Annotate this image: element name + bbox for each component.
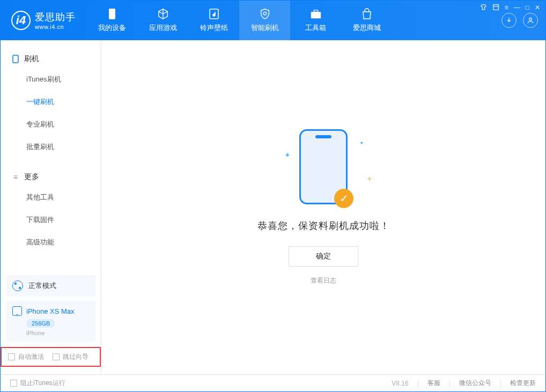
tab-label: 应用游戏 [149,23,177,33]
device-phone-icon [12,306,22,316]
device-card[interactable]: iPhone XS Max 256GB iPhone [6,301,95,342]
music-icon [208,8,220,20]
view-log-link[interactable]: 查看日志 [311,276,336,285]
sidebar-item-batch-flash[interactable]: 批量刷机 [1,136,101,158]
logo-icon: i4 [11,11,31,30]
tab-toolbox[interactable]: 工具箱 [290,1,341,40]
block-itunes-option[interactable]: 阻止iTunes运行 [10,379,65,388]
tab-apps-games[interactable]: 应用游戏 [137,1,188,40]
nav-tabs: 我的设备 应用游戏 铃声壁纸 智能刷机 工具箱 爱思商城 [86,1,392,40]
svg-rect-2 [109,9,115,19]
device-status-card[interactable]: 正常模式 [6,275,95,297]
update-link[interactable]: 检查更新 [510,379,536,388]
success-message: 恭喜您，保资料刷机成功啦！ [257,219,390,232]
sidebar: 刷机 iTunes刷机 一键刷机 专业刷机 批量刷机 ≡ 更多 其他工具 下载固… [1,40,101,374]
success-illustration: ✓ ✦ ✦ + [299,129,348,204]
status-icon [12,280,23,291]
sparkle-icon: + [367,174,372,183]
device-type: iPhone [26,330,89,336]
separator: | [500,380,501,387]
app-logo: i4 爱思助手 www.i4.cn [11,11,76,30]
tab-label: 铃声壁纸 [200,23,228,33]
tab-store[interactable]: 爱思商城 [341,1,392,40]
user-button[interactable] [523,13,538,28]
device-icon [106,8,118,20]
app-header: ≡ — □ ✕ i4 爱思助手 www.i4.cn 我的设备 应用游戏 铃声壁纸… [1,1,545,40]
sidebar-section-more: ≡ 更多 其他工具 下载固件 高级功能 [1,158,101,254]
sidebar-item-pro-flash[interactable]: 专业刷机 [1,113,101,136]
app-url: www.i4.cn [35,24,76,30]
close-button[interactable]: ✕ [535,4,540,12]
wechat-link[interactable]: 微信公众号 [459,379,491,388]
minimize-button[interactable]: — [514,4,520,12]
sidebar-item-advanced[interactable]: 高级功能 [1,231,101,254]
download-button[interactable] [501,13,517,28]
svg-point-7 [529,18,532,20]
phone-icon [11,55,20,63]
separator: | [417,380,419,387]
sparkle-icon: ✦ [284,151,291,159]
cube-icon [157,8,169,20]
tab-label: 我的设备 [98,23,126,33]
tab-label: 工具箱 [305,23,326,33]
tab-label: 爱思商城 [353,23,381,33]
sidebar-item-other-tools[interactable]: 其他工具 [1,186,101,209]
sidebar-item-download-firmware[interactable]: 下载固件 [1,209,101,231]
maximize-button[interactable]: □ [526,4,529,12]
sidebar-item-itunes-flash[interactable]: iTunes刷机 [1,68,101,91]
phone-illustration: ✓ [299,129,348,204]
device-name: iPhone XS Max [26,307,75,315]
sidebar-section-flash: 刷机 iTunes刷机 一键刷机 专业刷机 批量刷机 [1,40,101,158]
sidebar-item-oneclick-flash[interactable]: 一键刷机 [1,91,101,113]
tab-label: 智能刷机 [251,23,279,33]
svg-rect-6 [314,10,318,12]
app-body: 刷机 iTunes刷机 一键刷机 专业刷机 批量刷机 ≡ 更多 其他工具 下载固… [1,40,545,374]
checkbox-icon [53,353,60,360]
skin-icon[interactable] [480,4,487,12]
header-actions [501,13,538,28]
section-header-more: ≡ 更多 [1,168,101,186]
app-name: 爱思助手 [35,11,76,24]
device-capacity: 256GB [26,319,55,328]
footer-right: V8.16 | 客服 | 微信公众号 | 检查更新 [392,379,536,388]
tab-smart-flash[interactable]: 智能刷机 [239,1,290,40]
shield-icon [259,8,271,20]
support-link[interactable]: 客服 [427,379,440,388]
app-footer: 阻止iTunes运行 V8.16 | 客服 | 微信公众号 | 检查更新 [1,374,545,391]
bag-icon [361,8,373,20]
version-text: V8.16 [392,380,408,387]
section-title: 更多 [24,172,39,182]
option-label: 阻止iTunes运行 [20,379,65,388]
checkbox-icon [8,353,15,360]
svg-point-4 [263,12,267,14]
svg-rect-5 [311,12,320,18]
svg-rect-0 [493,5,498,10]
flash-options-row: 自动激活 跳过向导 [1,347,101,367]
ok-button[interactable]: 确定 [289,246,358,267]
menu-icon[interactable] [492,4,499,12]
toolbox-icon [310,8,322,20]
sparkle-icon: ✦ [359,140,364,146]
option-skip-guide[interactable]: 跳过向导 [53,352,88,361]
tab-my-device[interactable]: 我的设备 [86,1,137,40]
check-badge-icon: ✓ [334,189,353,208]
separator: | [449,380,451,387]
list-icon[interactable]: ≡ [505,4,508,12]
main-content: ✓ ✦ ✦ + 恭喜您，保资料刷机成功啦！ 确定 查看日志 [101,40,545,374]
checkbox-icon [10,380,17,387]
window-controls: ≡ — □ ✕ [480,4,540,12]
section-header-flash: 刷机 [1,50,101,68]
svg-rect-8 [13,55,18,63]
tab-ringtones[interactable]: 铃声壁纸 [188,1,239,40]
option-label: 自动激活 [18,352,44,361]
option-auto-activate[interactable]: 自动激活 [8,352,44,361]
menu-lines-icon: ≡ [11,173,20,181]
section-title: 刷机 [24,54,39,64]
sidebar-bottom: 正常模式 iPhone XS Max 256GB iPhone 自动激活 跳过向… [1,270,101,374]
status-text: 正常模式 [28,281,56,291]
option-label: 跳过向导 [63,352,88,361]
